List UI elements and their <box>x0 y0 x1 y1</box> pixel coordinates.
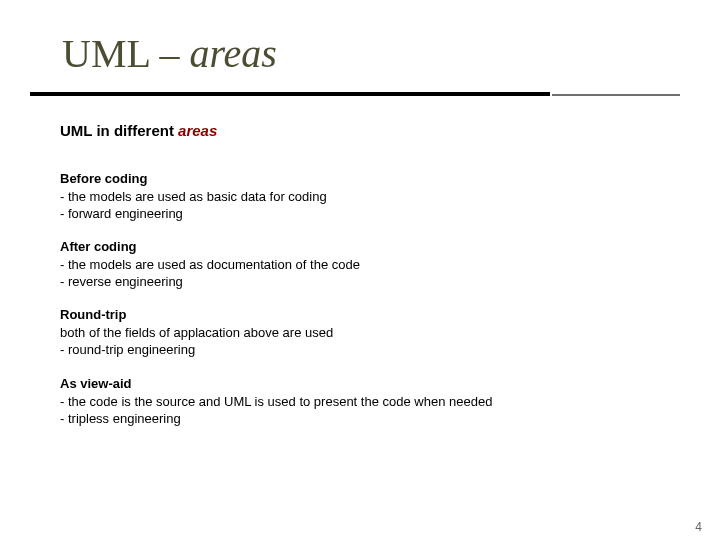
section-round-trip: Round-trip both of the fields of applaca… <box>60 306 660 359</box>
section-head: Round-trip <box>60 306 660 324</box>
slide: UML – areas UML in different areas Befor… <box>0 0 720 540</box>
title-underline-thick <box>30 92 550 96</box>
section-line: - tripless engineering <box>60 410 660 428</box>
section-line: - the models are used as documentation o… <box>60 256 660 274</box>
subtitle-prefix: UML in different <box>60 122 178 139</box>
section-view-aid: As view-aid - the code is the source and… <box>60 375 660 428</box>
section-line: - the code is the source and UML is used… <box>60 393 660 411</box>
subtitle-areas-word: areas <box>178 122 217 139</box>
section-head: As view-aid <box>60 375 660 393</box>
page-number: 4 <box>695 520 702 534</box>
section-after-coding: After coding - the models are used as do… <box>60 238 660 291</box>
section-head: After coding <box>60 238 660 256</box>
title-italic-word: areas <box>189 31 276 76</box>
slide-title: UML – areas <box>62 30 277 77</box>
section-line: - round-trip engineering <box>60 341 660 359</box>
section-line: - reverse engineering <box>60 273 660 291</box>
section-line: - forward engineering <box>60 205 660 223</box>
subtitle: UML in different areas <box>60 122 217 139</box>
title-prefix: UML – <box>62 31 189 76</box>
section-line: - the models are used as basic data for … <box>60 188 660 206</box>
section-line: both of the fields of applacation above … <box>60 324 660 342</box>
section-head: Before coding <box>60 170 660 188</box>
title-underline-thin <box>552 94 680 96</box>
section-before-coding: Before coding - the models are used as b… <box>60 170 660 223</box>
